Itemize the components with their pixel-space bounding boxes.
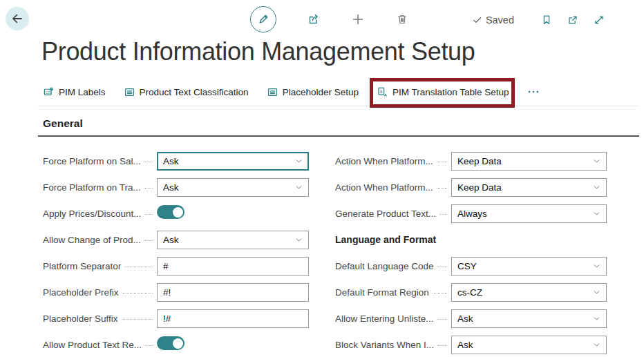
field-container: Keep Data bbox=[451, 178, 607, 197]
field-container: Ask bbox=[451, 309, 607, 328]
field-label: Generate Product Text... bbox=[335, 209, 451, 219]
pim-setup-page: Saved Product Information Management Set… bbox=[0, 0, 644, 357]
select-value: Always bbox=[457, 209, 487, 219]
field-label: Apply Prices/Discount... bbox=[43, 209, 157, 219]
input-placeholder-suffix[interactable] bbox=[157, 309, 309, 328]
chevron-down-icon bbox=[592, 314, 601, 323]
add-button[interactable] bbox=[351, 12, 365, 26]
list-icon bbox=[267, 86, 278, 98]
field-label-text: Default Language Code bbox=[335, 261, 434, 271]
action-pim-labels[interactable]: 123?PIM Labels bbox=[43, 86, 106, 98]
field-label: Default Format Region bbox=[335, 287, 451, 298]
field-container bbox=[157, 336, 309, 353]
select-force-platform-on-sal[interactable]: Ask bbox=[157, 152, 309, 171]
toolbar-right-cluster: Saved bbox=[472, 10, 605, 30]
field-label: Block Variants When I... bbox=[335, 340, 451, 350]
svg-text:a: a bbox=[380, 88, 383, 93]
more-actions-button[interactable] bbox=[527, 86, 540, 98]
select-action-when-platform[interactable]: Keep Data bbox=[451, 178, 607, 197]
field-label: Allow Product Text Re... bbox=[43, 340, 157, 350]
translate-icon: a bbox=[377, 86, 388, 98]
input-placeholder-prefix[interactable] bbox=[157, 283, 309, 302]
dotted-leader bbox=[437, 162, 447, 162]
action-product-text-classification[interactable]: Product Text Classification bbox=[124, 86, 249, 98]
action-label: PIM Labels bbox=[59, 87, 106, 97]
chevron-down-icon bbox=[592, 209, 601, 218]
chevron-down-icon bbox=[294, 235, 303, 244]
select-allow-entering-unliste[interactable]: Ask bbox=[451, 309, 607, 328]
toggle-allow-product-text-re[interactable] bbox=[157, 336, 184, 350]
select-value: CSY bbox=[457, 261, 477, 271]
action-label: Product Text Classification bbox=[140, 87, 249, 97]
delete-button[interactable] bbox=[395, 12, 409, 26]
field-label-text: Allow Entering Unliste... bbox=[335, 313, 434, 324]
back-arrow-icon bbox=[10, 11, 25, 26]
field-label: Force Platform on Sal... bbox=[43, 156, 157, 166]
bookmark-icon bbox=[540, 14, 553, 26]
chevron-down-icon bbox=[592, 288, 601, 297]
save-status: Saved bbox=[472, 15, 514, 26]
select-generate-product-text[interactable]: Always bbox=[451, 204, 607, 223]
section-title-general: General bbox=[43, 117, 83, 130]
select-action-when-platform[interactable]: Keep Data bbox=[451, 152, 607, 171]
dotted-leader bbox=[144, 188, 153, 189]
field-label-text: Placeholder Suffix bbox=[43, 313, 118, 324]
toggle-apply-prices-discount[interactable] bbox=[157, 205, 184, 219]
form-row-placeholder-suffix: Placeholder Suffix bbox=[43, 305, 310, 331]
field-container bbox=[157, 283, 309, 302]
expand-icon bbox=[593, 14, 605, 26]
toggle-knob bbox=[173, 207, 183, 218]
select-block-variants-when-i[interactable]: Ask bbox=[451, 336, 607, 354]
form-row-default-language-code: Default Language CodeCSY bbox=[335, 253, 607, 279]
dotted-leader bbox=[437, 319, 447, 320]
open-in-new-window-button[interactable] bbox=[567, 14, 579, 26]
dotted-leader bbox=[122, 319, 153, 320]
bookmark-button[interactable] bbox=[540, 14, 553, 26]
action-bar: 123?PIM LabelsProduct Text Classificatio… bbox=[43, 81, 540, 102]
form-row-placeholder-prefix: Placeholder Prefix bbox=[43, 279, 310, 305]
dotted-leader bbox=[437, 345, 447, 346]
pencil-icon bbox=[256, 12, 270, 26]
select-value: cs-CZ bbox=[457, 287, 482, 298]
chevron-down-icon bbox=[592, 262, 601, 271]
subsection-title: Language and Format bbox=[335, 234, 436, 245]
field-label-text: Action When Platform... bbox=[335, 182, 433, 193]
form-row-allow-change-of-prod: Allow Change of Prod...Ask bbox=[43, 226, 310, 253]
field-label: Force Platform on Tra... bbox=[43, 182, 157, 193]
dotted-leader bbox=[144, 240, 153, 241]
field-container bbox=[157, 205, 309, 222]
page-title: Product Information Management Setup bbox=[41, 37, 475, 66]
actionbar-divider bbox=[38, 106, 639, 106]
action-pim-translation-table-setup[interactable]: aPIM Translation Table Setup bbox=[377, 86, 509, 98]
toolbar-center-actions bbox=[250, 6, 409, 32]
select-default-language-code[interactable]: CSY bbox=[451, 257, 607, 276]
form-column-left: Force Platform on Sal...AskForce Platfor… bbox=[43, 148, 310, 357]
form-row-block-variants-when-i: Block Variants When I...Ask bbox=[335, 331, 607, 357]
svg-text:123: 123 bbox=[46, 90, 51, 94]
share-button[interactable] bbox=[307, 12, 321, 26]
field-container: cs-CZ bbox=[451, 283, 607, 302]
select-default-format-region[interactable]: cs-CZ bbox=[451, 283, 607, 302]
share-icon bbox=[307, 12, 321, 26]
select-value: Ask bbox=[457, 340, 473, 350]
field-container: Always bbox=[451, 204, 607, 223]
field-container: Ask bbox=[157, 231, 309, 249]
form-row-apply-prices-discount: Apply Prices/Discount... bbox=[43, 200, 310, 226]
toggle-knob bbox=[173, 338, 183, 349]
select-allow-change-of-prod[interactable]: Ask bbox=[157, 231, 309, 249]
edit-button[interactable] bbox=[250, 6, 276, 32]
field-label-text: Placeholder Prefix bbox=[43, 287, 119, 298]
field-label: Action When Platform... bbox=[335, 182, 451, 193]
expand-button[interactable] bbox=[593, 14, 605, 26]
check-icon bbox=[472, 15, 483, 26]
action-placeholder-setup[interactable]: Placeholder Setup bbox=[267, 86, 359, 98]
field-label: Default Language Code bbox=[335, 261, 451, 271]
select-force-platform-on-tra[interactable]: Ask bbox=[157, 178, 309, 197]
list-icon bbox=[124, 86, 135, 98]
back-button[interactable] bbox=[6, 7, 29, 30]
dotted-leader bbox=[122, 293, 153, 293]
svg-text:?: ? bbox=[50, 87, 53, 90]
input-platform-separator[interactable] bbox=[157, 257, 309, 276]
dotted-leader bbox=[439, 214, 447, 215]
form-row-generate-product-text: Generate Product Text...Always bbox=[335, 200, 607, 226]
